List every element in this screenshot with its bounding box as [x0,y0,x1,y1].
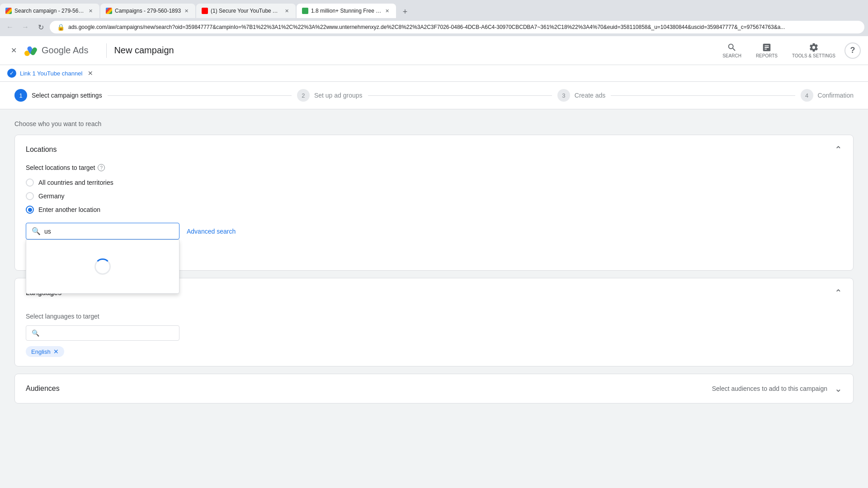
locations-collapse-button[interactable]: ⌃ [835,144,842,155]
language-tag-english: English ✕ [26,346,64,357]
locations-card: Locations ⌃ Select locations to target ?… [14,135,854,271]
google-ads-logo: Google Ads [24,43,88,58]
help-button[interactable]: ? [844,42,861,59]
step-connector-2 [368,95,552,96]
step-connector-1 [108,95,292,96]
tab-1[interactable]: Search campaign - 279-560-... ✕ [0,4,99,18]
tab-4[interactable]: 1.8 million+ Stunning Free Im... ✕ [297,4,396,18]
tools-label: TOOLS & SETTINGS [792,53,835,58]
logo-text: Google Ads [42,45,88,56]
step-2-circle: 2 [297,89,310,102]
step-2-label: Set up ad groups [314,92,363,99]
tab-1-close[interactable]: ✕ [87,7,94,14]
locations-card-header: Locations ⌃ [15,135,853,164]
notification-bar: ✓ Link 1 YouTube channel ✕ [0,65,868,82]
notification-close-button[interactable]: ✕ [88,70,93,77]
step-connector-3 [611,95,795,96]
location-search-dropdown [26,239,179,294]
label-germany: Germany [38,192,65,200]
address-text: ads.google.com/aw/campaigns/new/search?o… [68,24,857,30]
google-ads-icon [24,43,38,58]
tab-3-favicon [202,8,208,14]
tab-1-title: Search campaign - 279-560-... [14,8,85,14]
location-search-icon: 🔍 [32,227,41,235]
header-actions: SEARCH REPORTS TOOLS & SETTINGS ? [717,39,861,62]
notification-text: Link 1 YouTube channel [20,70,82,77]
languages-select-label: Select languages to target [26,313,842,320]
reports-button[interactable]: REPORTS [750,39,783,62]
reports-icon [762,42,772,52]
tab-2-close[interactable]: ✕ [183,7,190,14]
tab-2[interactable]: Campaigns - 279-560-1893 ✕ [100,4,195,18]
locations-card-body: Select locations to target ? All countri… [15,164,853,270]
secure-icon: 🔒 [57,23,65,31]
tab-2-favicon [106,8,112,14]
label-another-location: Enter another location [38,206,100,213]
search-button[interactable]: SEARCH [717,39,747,62]
forward-button[interactable]: → [19,21,32,33]
languages-card-body: Select languages to target 🔍 English ✕ [15,307,853,366]
location-search-row: 🔍 Advanced search [26,223,842,239]
search-label: SEARCH [722,53,741,58]
tab-1-favicon [5,8,12,14]
step-4: 4 Confirmation [801,89,854,102]
step-4-label: Confirmation [818,92,854,99]
ads-header: ✕ Google Ads New campaign SEARCH REPORTS… [0,36,868,65]
location-radio-group: All countries and territories Germany En… [26,178,842,214]
step-1: 1 Select campaign settings [14,89,102,102]
locations-select-label: Select locations to target ? [26,164,842,171]
tab-4-close[interactable]: ✕ [383,7,391,14]
reports-label: REPORTS [756,53,778,58]
location-option-all[interactable]: All countries and territories [26,178,842,187]
language-tag-english-remove[interactable]: ✕ [53,348,59,355]
step-2: 2 Set up ad groups [297,89,363,102]
languages-search-input[interactable] [43,329,122,337]
languages-collapse-button[interactable]: ⌃ [835,287,842,298]
step-3: 3 Create ads [557,89,605,102]
notification-check-icon: ✓ [7,69,16,78]
address-bar[interactable]: 🔒 ads.google.com/aw/campaigns/new/search… [50,21,864,33]
new-tab-button[interactable]: + [399,5,411,18]
step-3-label: Create ads [575,92,605,99]
radio-germany[interactable] [26,192,34,200]
audiences-collapse-button[interactable]: ⌄ [835,383,842,394]
step-1-circle: 1 [14,89,27,102]
language-tag-english-label: English [31,348,51,355]
radio-all-countries[interactable] [26,178,34,187]
page-title: New campaign [114,45,174,56]
location-option-another[interactable]: Enter another location [26,206,842,214]
step-3-circle: 3 [557,89,570,102]
campaign-stepper: 1 Select campaign settings 2 Set up ad g… [0,82,868,109]
location-search-box: 🔍 [26,223,179,239]
main-content: Choose who you want to reach Locations ⌃… [0,109,868,422]
loading-spinner [94,258,111,275]
audiences-title: Audiences [26,385,60,393]
tools-settings-button[interactable]: TOOLS & SETTINGS [787,39,841,62]
step-4-circle: 4 [801,89,813,102]
close-button[interactable]: ✕ [7,44,20,57]
location-search-input[interactable] [44,228,174,235]
step-1-label: Select campaign settings [32,92,102,99]
tab-3-title: (1) Secure Your YouTube Acco... [211,8,281,14]
languages-search-icon: 🔍 [32,329,39,337]
locations-title: Locations [26,145,57,154]
tab-3-close[interactable]: ✕ [283,7,290,14]
label-all-countries: All countries and territories [38,179,113,186]
reload-button[interactable]: ↻ [34,21,47,33]
tools-icon [809,42,819,52]
audiences-card-header: Audiences Select audiences to add to thi… [15,374,853,403]
tab-2-title: Campaigns - 279-560-1893 [115,8,181,14]
tab-3[interactable]: (1) Secure Your YouTube Acco... ✕ [196,4,296,18]
location-option-germany[interactable]: Germany [26,192,842,200]
locations-help-icon[interactable]: ? [98,164,105,171]
tab-4-favicon [302,8,308,14]
section-intro: Choose who you want to reach [14,120,854,127]
back-button[interactable]: ← [4,21,16,33]
audiences-placeholder: Select audiences to add to this campaign [712,385,827,392]
advanced-search-link[interactable]: Advanced search [187,228,236,235]
language-tags: English ✕ [26,346,842,357]
search-icon [727,42,737,52]
languages-search-box[interactable]: 🔍 [26,325,179,341]
radio-another-location[interactable] [26,206,34,214]
location-search-wrapper: 🔍 [26,223,179,239]
